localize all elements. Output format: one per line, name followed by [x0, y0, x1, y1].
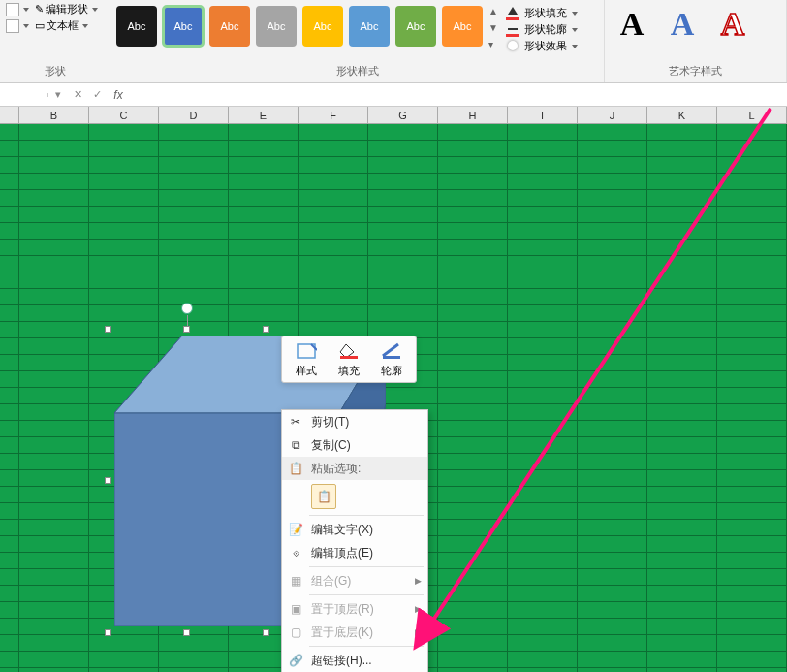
- style-swatch-3[interactable]: Abc: [209, 6, 250, 47]
- text-box-label: 文本框: [47, 18, 79, 33]
- context-menu: ✂剪切(T) ⧉复制(C) 📋粘贴选项: 📋 📝编辑文字(X) ⟐编辑顶点(E)…: [281, 409, 428, 672]
- paste-icon: 📋: [311, 484, 336, 509]
- gallery-down[interactable]: ▼: [488, 22, 498, 33]
- col-header[interactable]: J: [578, 107, 647, 123]
- wordart-2[interactable]: A: [661, 6, 704, 43]
- style-swatch-2[interactable]: Abc: [163, 6, 204, 47]
- resize-handle[interactable]: [105, 326, 111, 333]
- ctx-paste-option[interactable]: 📋: [282, 480, 427, 513]
- ribbon-group-shapes: ✎ 编辑形状 ▭ 文本框 形状: [0, 0, 110, 82]
- style-swatch-4[interactable]: Abc: [256, 6, 297, 47]
- ctx-send-back: ▢置于底层(K)▶: [282, 621, 427, 644]
- insert-shape-mini[interactable]: ✎ 编辑形状: [6, 2, 104, 16]
- gallery-up[interactable]: ▲: [488, 6, 498, 16]
- col-header[interactable]: D: [159, 107, 229, 123]
- col-header[interactable]: B: [19, 107, 89, 123]
- ctx-cut[interactable]: ✂剪切(T): [282, 410, 427, 433]
- scissors-icon: ✂: [286, 412, 305, 432]
- style-swatch-7[interactable]: Abc: [395, 6, 436, 47]
- edit-text-icon: 📝: [286, 520, 305, 539]
- ctx-hyperlink[interactable]: 🔗超链接(H)...: [282, 649, 427, 672]
- wordart-group-label: 艺术字样式: [611, 62, 780, 80]
- clipboard-icon: 📋: [286, 459, 305, 478]
- bring-front-icon: ▣: [286, 599, 305, 619]
- ribbon: ✎ 编辑形状 ▭ 文本框 形状 Abc Abc Abc Abc Abc Abc …: [0, 0, 787, 83]
- shape-outline-label: 形状轮廓: [524, 22, 567, 37]
- shape-group-label: 形状: [6, 62, 104, 80]
- resize-handle[interactable]: [263, 629, 269, 636]
- shape-effect-label: 形状效果: [524, 39, 567, 53]
- send-back-icon: ▢: [286, 623, 305, 642]
- mini-style-label: 样式: [296, 364, 317, 378]
- ctx-group: ▦组合(G)▶: [282, 569, 427, 592]
- shape-effect-btn[interactable]: 形状效果: [506, 39, 578, 53]
- ctx-paste-header: 📋粘贴选项:: [282, 457, 427, 480]
- col-header[interactable]: E: [229, 107, 299, 123]
- col-header[interactable]: L: [717, 107, 787, 123]
- col-header[interactable]: G: [368, 107, 438, 123]
- style-swatch-1[interactable]: Abc: [116, 6, 157, 47]
- ctx-edit-points[interactable]: ⟐编辑顶点(E): [282, 541, 427, 564]
- mini-fill-label: 填充: [338, 364, 360, 378]
- style-group-label: 形状样式: [116, 62, 598, 80]
- resize-handle[interactable]: [105, 629, 111, 636]
- rotate-handle[interactable]: [181, 303, 193, 314]
- col-header[interactable]: K: [647, 107, 717, 123]
- group-icon: ▦: [286, 571, 305, 591]
- shape-outline-btn[interactable]: 形状轮廓: [506, 22, 578, 37]
- col-header[interactable]: I: [508, 107, 578, 123]
- edit-points-icon: ⟐: [286, 543, 305, 562]
- shape-fill-label: 形状填充: [524, 6, 567, 20]
- ribbon-group-wordart: A A A 艺术字样式: [605, 0, 787, 82]
- copy-icon: ⧉: [286, 435, 305, 455]
- resize-handle[interactable]: [183, 326, 190, 333]
- mini-outline-btn[interactable]: 轮廓: [373, 340, 410, 378]
- ctx-copy[interactable]: ⧉复制(C): [282, 433, 427, 457]
- text-box-btn[interactable]: ▭ 文本框: [6, 18, 104, 33]
- fb-cancel[interactable]: ✕: [68, 88, 87, 101]
- svg-rect-6: [383, 356, 400, 359]
- mini-toolbar: 样式 填充 轮廓: [281, 336, 417, 383]
- col-header[interactable]: F: [299, 107, 368, 123]
- col-header[interactable]: C: [89, 107, 159, 123]
- column-headers[interactable]: B C D E F G H I J K L M: [0, 107, 787, 124]
- spreadsheet-grid[interactable]: B C D E F G H I J K L M 样式: [0, 107, 787, 672]
- style-swatch-5[interactable]: Abc: [302, 6, 343, 47]
- svg-rect-5: [340, 356, 358, 359]
- resize-handle[interactable]: [105, 477, 111, 484]
- fx-icon[interactable]: fx: [107, 88, 130, 102]
- wordart-3[interactable]: A: [711, 6, 754, 43]
- ctx-bring-front: ▣置于顶层(R)▶: [282, 597, 427, 621]
- ribbon-group-styles: Abc Abc Abc Abc Abc Abc Abc Abc ▲ ▼ ▾ 形状…: [110, 0, 605, 82]
- mini-style-btn[interactable]: 样式: [288, 340, 325, 378]
- style-gallery[interactable]: Abc Abc Abc Abc Abc Abc Abc Abc: [116, 2, 483, 53]
- name-box[interactable]: [0, 93, 48, 97]
- fb-enter[interactable]: ✓: [87, 88, 107, 101]
- formula-bar: ▾ ✕ ✓ fx: [0, 83, 787, 107]
- edit-shape-label: 编辑形状: [46, 2, 88, 16]
- resize-handle[interactable]: [263, 326, 269, 333]
- mini-fill-btn[interactable]: 填充: [331, 340, 367, 378]
- ctx-edit-text[interactable]: 📝编辑文字(X): [282, 518, 427, 541]
- formula-input[interactable]: [130, 93, 787, 97]
- wordart-1[interactable]: A: [611, 6, 653, 43]
- style-swatch-8[interactable]: Abc: [442, 6, 483, 47]
- mini-outline-label: 轮廓: [381, 364, 402, 378]
- gallery-more[interactable]: ▾: [488, 39, 498, 49]
- shape-fill-btn[interactable]: 形状填充: [506, 6, 578, 20]
- link-icon: 🔗: [286, 651, 305, 670]
- style-swatch-6[interactable]: Abc: [349, 6, 390, 47]
- resize-handle[interactable]: [183, 629, 190, 636]
- col-header[interactable]: H: [438, 107, 508, 123]
- namebox-caret[interactable]: ▾: [48, 88, 68, 101]
